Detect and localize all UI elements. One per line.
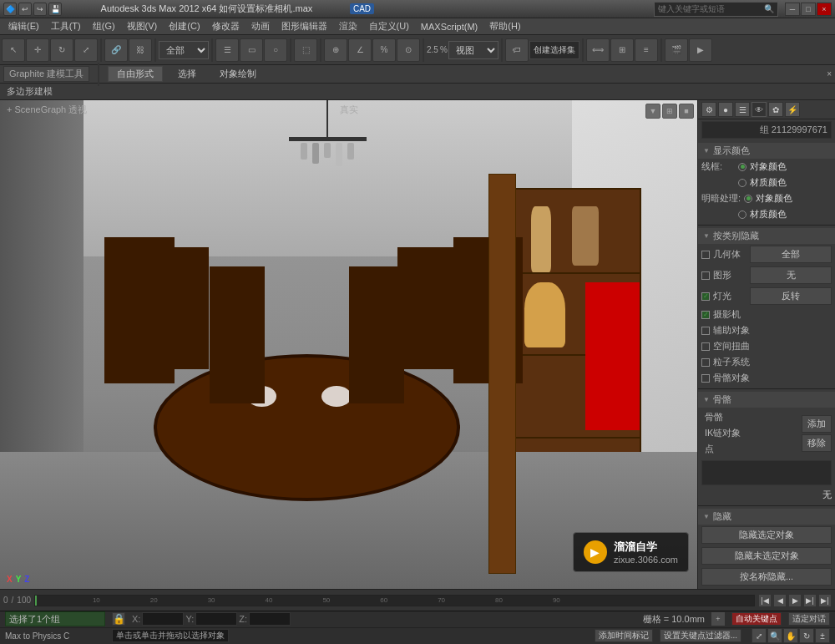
menu-render[interactable]: 渲染: [334, 19, 362, 33]
remove-bone-btn[interactable]: 移除: [802, 434, 832, 452]
spinner-snap-btn[interactable]: ⊙: [397, 38, 420, 62]
all-btn[interactable]: 全部: [750, 246, 832, 263]
panel-icon-3[interactable]: ☰: [735, 102, 750, 117]
add-time-marker-btn2[interactable]: 添加时间标记: [595, 629, 653, 642]
layer-btn[interactable]: ≡: [635, 38, 658, 62]
wireframe-object-radio[interactable]: [738, 163, 746, 171]
snap-btn[interactable]: ⊕: [324, 38, 347, 62]
quick-access-btn[interactable]: ↩: [18, 3, 32, 16]
x-input[interactable]: [142, 612, 184, 626]
hide-unselected-btn[interactable]: 隐藏未选定对象: [701, 547, 832, 565]
bone-checkbox[interactable]: [701, 374, 710, 383]
viewport-grid-btn[interactable]: ⊞: [662, 104, 677, 119]
circle-select-btn[interactable]: ○: [264, 38, 287, 62]
add-time-marker-btn[interactable]: +: [711, 612, 725, 626]
play-btn[interactable]: ▶: [788, 594, 802, 607]
hide-by-category-header[interactable]: ▼ 按类别隐藏: [698, 228, 835, 244]
spacewarp-checkbox[interactable]: [701, 342, 710, 351]
search-bar[interactable]: 🔍: [654, 2, 778, 17]
bone-section-header[interactable]: ▼ 骨骼: [698, 392, 835, 408]
hide-by-name-btn[interactable]: 按名称隐藏...: [701, 568, 832, 586]
next-frame-btn[interactable]: ▶|: [803, 594, 817, 607]
quick-save-btn[interactable]: 💾: [48, 3, 62, 16]
window-crossing-btn[interactable]: ⬚: [294, 38, 317, 62]
set-keys-btn[interactable]: 适定对话: [788, 612, 830, 626]
wireframe-material-radio[interactable]: [738, 179, 746, 187]
panel-icon-6[interactable]: ⚡: [785, 102, 800, 117]
viewport-menu-btn[interactable]: ▼: [645, 104, 660, 119]
menu-create[interactable]: 创建(C): [164, 19, 205, 33]
search-input[interactable]: [658, 4, 764, 13]
rotate-tool-btn[interactable]: ↻: [50, 38, 73, 62]
go-end-btn[interactable]: ▶|: [818, 594, 832, 607]
view-dropdown[interactable]: 视图: [448, 41, 498, 59]
y-input[interactable]: [195, 612, 237, 626]
rect-select-btn[interactable]: ▭: [240, 38, 263, 62]
quick-access-btn2[interactable]: ↪: [33, 3, 47, 16]
helper-checkbox[interactable]: [701, 327, 710, 335]
percent-snap-btn[interactable]: %: [372, 38, 396, 62]
viewport-shading-btn[interactable]: ■: [679, 104, 694, 119]
graphite-label[interactable]: Graphite 建模工具: [3, 66, 89, 82]
unlink-btn[interactable]: ⛓: [129, 38, 152, 62]
prev-frame-btn[interactable]: ◀: [773, 594, 787, 607]
z-input[interactable]: [249, 612, 291, 626]
set-key-filter-btn[interactable]: 设置关键点过滤器...: [660, 629, 741, 642]
shading-material-radio[interactable]: [738, 210, 746, 219]
menu-maxscript[interactable]: MAXScript(M): [416, 21, 483, 33]
light-checkbox[interactable]: ✓: [701, 292, 710, 301]
zoom-btn[interactable]: ±: [815, 628, 830, 643]
graphite-tab-select[interactable]: 选择: [170, 67, 205, 81]
invert-btn[interactable]: 反转: [750, 287, 832, 305]
arc-rotate-btn[interactable]: ↻: [799, 628, 814, 643]
align-btn[interactable]: ⊞: [610, 38, 634, 62]
menu-edit[interactable]: 编辑(E): [3, 19, 44, 33]
graphite-tab-freeform[interactable]: 自由形式: [108, 66, 163, 82]
panel-icon-1[interactable]: ⚙: [701, 102, 716, 117]
select-tool-btn[interactable]: ↖: [2, 38, 25, 62]
go-start-btn[interactable]: |◀: [758, 594, 772, 607]
pan-btn[interactable]: ✋: [783, 628, 798, 643]
minimize-button[interactable]: ─: [785, 3, 800, 16]
hide-selected-btn[interactable]: 隐藏选定对象: [701, 526, 832, 544]
move-tool-btn[interactable]: ✛: [26, 38, 49, 62]
viewport-3d[interactable]: + SceneGraph 透视 真实 ▼ ⊞ ■ ▶ 溜溜自学 zixue.30…: [0, 100, 697, 589]
create-select-set-btn[interactable]: 创建选择集: [529, 41, 579, 59]
zoom-region-btn[interactable]: 🔍: [767, 628, 782, 643]
menu-customize[interactable]: 自定义(U): [364, 19, 414, 33]
shape-checkbox[interactable]: [701, 271, 710, 280]
named-select-btn[interactable]: 🏷: [505, 38, 529, 62]
render-btn[interactable]: ▶: [689, 38, 712, 62]
hide-section-header[interactable]: ▼ 隐藏: [698, 509, 835, 525]
menu-group[interactable]: 组(G): [88, 19, 120, 33]
menu-help[interactable]: 帮助(H): [484, 19, 525, 33]
filter-dropdown[interactable]: 全部: [159, 41, 209, 59]
panel-icon-5[interactable]: ✿: [768, 102, 783, 117]
menu-animation[interactable]: 动画: [246, 19, 275, 33]
display-color-header[interactable]: ▼ 显示颜色: [698, 143, 835, 159]
graphite-tab-object-paint[interactable]: 对象绘制: [211, 67, 265, 81]
geometry-checkbox[interactable]: [701, 251, 710, 259]
link-btn[interactable]: 🔗: [104, 38, 128, 62]
menu-modifier[interactable]: 修改器: [207, 19, 245, 33]
graphite-close-btn[interactable]: ×: [827, 69, 832, 79]
timeline-track[interactable]: 10 20 30 40 50 60 70 80 90: [34, 595, 755, 606]
maximize-button[interactable]: □: [801, 3, 816, 16]
polygon-modeling-item[interactable]: 多边形建模: [3, 84, 56, 99]
close-button[interactable]: ×: [817, 3, 832, 16]
none-btn[interactable]: 无: [750, 266, 832, 284]
menu-tools[interactable]: 工具(T): [46, 19, 86, 33]
shading-object-radio[interactable]: [744, 195, 752, 203]
auto-keyframe-btn[interactable]: 自动关键点: [731, 612, 782, 626]
lock-selection-btn[interactable]: 🔒: [112, 612, 125, 626]
zoom-extents-btn[interactable]: ⤢: [752, 628, 767, 643]
menu-view[interactable]: 视图(V): [122, 19, 163, 33]
add-bone-btn[interactable]: 添加: [802, 415, 832, 433]
panel-icon-4[interactable]: 👁: [752, 102, 767, 117]
render-setup-btn[interactable]: 🎬: [665, 38, 688, 62]
scale-tool-btn[interactable]: ⤢: [74, 38, 98, 62]
mirror-btn[interactable]: ⟺: [586, 38, 610, 62]
panel-icon-2[interactable]: ●: [718, 102, 733, 117]
select-by-name-btn[interactable]: ☰: [215, 38, 239, 62]
angle-snap-btn[interactable]: ∠: [348, 38, 372, 62]
